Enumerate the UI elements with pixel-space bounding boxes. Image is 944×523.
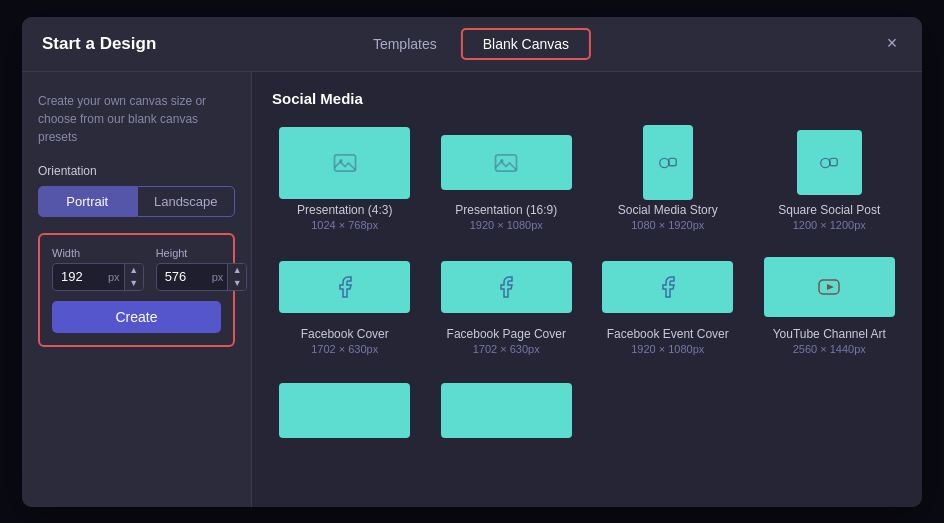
card-thumb-wrapper bbox=[272, 247, 418, 327]
card-name: Square Social Post bbox=[778, 203, 880, 217]
image-icon bbox=[331, 149, 359, 177]
image-icon bbox=[492, 149, 520, 177]
width-unit: px bbox=[108, 271, 124, 283]
svg-marker-9 bbox=[827, 284, 834, 290]
modal-body: Create your own canvas size or choose fr… bbox=[22, 72, 922, 507]
card-name: Facebook Page Cover bbox=[447, 327, 566, 341]
card-size: 2560 × 1440px bbox=[793, 343, 866, 355]
close-button[interactable]: × bbox=[878, 30, 906, 58]
card-thumb-wrapper bbox=[434, 123, 580, 203]
height-input-wrap: px ▲ ▼ bbox=[156, 263, 248, 291]
dimension-row: Width px ▲ ▼ Height bbox=[52, 247, 221, 291]
svg-rect-2 bbox=[496, 154, 517, 170]
card-thumb-wrapper bbox=[757, 247, 903, 327]
tab-templates[interactable]: Templates bbox=[353, 28, 457, 60]
card-partial-1[interactable] bbox=[272, 371, 418, 451]
card-size: 1702 × 630px bbox=[473, 343, 540, 355]
height-down-button[interactable]: ▼ bbox=[228, 277, 246, 290]
card-thumb-wrapper bbox=[272, 123, 418, 203]
card-presentation-4-3[interactable]: Presentation (4:3) 1024 × 768px bbox=[272, 123, 418, 231]
card-thumbnail bbox=[279, 127, 410, 199]
card-thumb-wrapper bbox=[757, 123, 903, 203]
height-field: Height px ▲ ▼ bbox=[156, 247, 248, 291]
modal-title: Start a Design bbox=[42, 34, 156, 54]
card-facebook-event[interactable]: Facebook Event Cover 1920 × 1080px bbox=[595, 247, 741, 355]
card-name: YouTube Channel Art bbox=[773, 327, 886, 341]
card-name: Facebook Event Cover bbox=[607, 327, 729, 341]
svg-rect-0 bbox=[334, 154, 355, 170]
svg-point-6 bbox=[821, 158, 830, 167]
card-thumbnail bbox=[279, 383, 410, 438]
card-thumb-wrapper bbox=[595, 247, 741, 327]
card-facebook-cover[interactable]: Facebook Cover 1702 × 630px bbox=[272, 247, 418, 355]
height-up-button[interactable]: ▲ bbox=[228, 264, 246, 277]
svg-rect-5 bbox=[669, 158, 676, 165]
card-thumbnail bbox=[441, 383, 572, 438]
height-label: Height bbox=[156, 247, 248, 259]
modal-tabs: Templates Blank Canvas bbox=[353, 28, 591, 60]
modal-overlay: Start a Design Templates Blank Canvas × … bbox=[0, 0, 944, 523]
sidebar: Create your own canvas size or choose fr… bbox=[22, 72, 252, 507]
card-size: 1920 × 1080px bbox=[631, 343, 704, 355]
card-size: 1702 × 630px bbox=[311, 343, 378, 355]
card-size: 1080 × 1920px bbox=[631, 219, 704, 231]
card-thumbnail bbox=[441, 261, 572, 313]
youtube-icon bbox=[817, 275, 841, 299]
card-size: 1920 × 1080px bbox=[470, 219, 543, 231]
width-up-button[interactable]: ▲ bbox=[125, 264, 143, 277]
width-input[interactable] bbox=[53, 264, 108, 289]
card-thumbnail bbox=[441, 135, 572, 190]
card-name: Facebook Cover bbox=[301, 327, 389, 341]
card-thumbnail bbox=[643, 125, 693, 200]
section-title: Social Media bbox=[272, 90, 902, 107]
card-square-post[interactable]: Square Social Post 1200 × 1200px bbox=[757, 123, 903, 231]
card-thumb-wrapper bbox=[434, 247, 580, 327]
facebook-instagram-icon bbox=[657, 152, 679, 174]
svg-rect-7 bbox=[830, 158, 837, 165]
content-area[interactable]: Social Media bbox=[252, 72, 922, 507]
width-spinner: ▲ ▼ bbox=[124, 264, 143, 290]
width-field: Width px ▲ ▼ bbox=[52, 247, 144, 291]
facebook-instagram-icon bbox=[818, 152, 840, 174]
card-thumb-wrapper bbox=[595, 123, 741, 203]
orientation-buttons: Portrait Landscape bbox=[38, 186, 235, 217]
modal-header: Start a Design Templates Blank Canvas × bbox=[22, 17, 922, 72]
width-label: Width bbox=[52, 247, 144, 259]
sidebar-description: Create your own canvas size or choose fr… bbox=[38, 92, 235, 146]
card-size: 1024 × 768px bbox=[311, 219, 378, 231]
card-name: Social Media Story bbox=[618, 203, 718, 217]
create-button[interactable]: Create bbox=[52, 301, 221, 333]
facebook-icon bbox=[333, 275, 357, 299]
card-size: 1200 × 1200px bbox=[793, 219, 866, 231]
card-thumbnail bbox=[797, 130, 862, 195]
height-spinner: ▲ ▼ bbox=[227, 264, 246, 290]
card-thumbnail bbox=[602, 261, 733, 313]
svg-point-4 bbox=[660, 158, 669, 167]
height-input[interactable] bbox=[157, 264, 212, 289]
facebook-icon bbox=[656, 275, 680, 299]
modal: Start a Design Templates Blank Canvas × … bbox=[22, 17, 922, 507]
orientation-label: Orientation bbox=[38, 164, 235, 178]
card-name: Presentation (16:9) bbox=[455, 203, 557, 217]
dimensions-container: Width px ▲ ▼ Height bbox=[38, 233, 235, 347]
landscape-button[interactable]: Landscape bbox=[137, 186, 236, 217]
card-thumb-wrapper bbox=[434, 371, 580, 451]
card-name: Presentation (4:3) bbox=[297, 203, 392, 217]
card-thumb-wrapper bbox=[272, 371, 418, 451]
card-youtube[interactable]: YouTube Channel Art 2560 × 1440px bbox=[757, 247, 903, 355]
card-facebook-page-cover[interactable]: Facebook Page Cover 1702 × 630px bbox=[434, 247, 580, 355]
portrait-button[interactable]: Portrait bbox=[38, 186, 137, 217]
card-partial-2[interactable] bbox=[434, 371, 580, 451]
card-thumbnail bbox=[764, 257, 895, 317]
cards-grid: Presentation (4:3) 1024 × 768px bbox=[272, 123, 902, 451]
card-thumbnail bbox=[279, 261, 410, 313]
facebook-icon bbox=[494, 275, 518, 299]
card-social-story[interactable]: Social Media Story 1080 × 1920px bbox=[595, 123, 741, 231]
width-input-wrap: px ▲ ▼ bbox=[52, 263, 144, 291]
tab-blank-canvas[interactable]: Blank Canvas bbox=[461, 28, 591, 60]
card-presentation-16-9[interactable]: Presentation (16:9) 1920 × 1080px bbox=[434, 123, 580, 231]
height-unit: px bbox=[212, 271, 228, 283]
width-down-button[interactable]: ▼ bbox=[125, 277, 143, 290]
